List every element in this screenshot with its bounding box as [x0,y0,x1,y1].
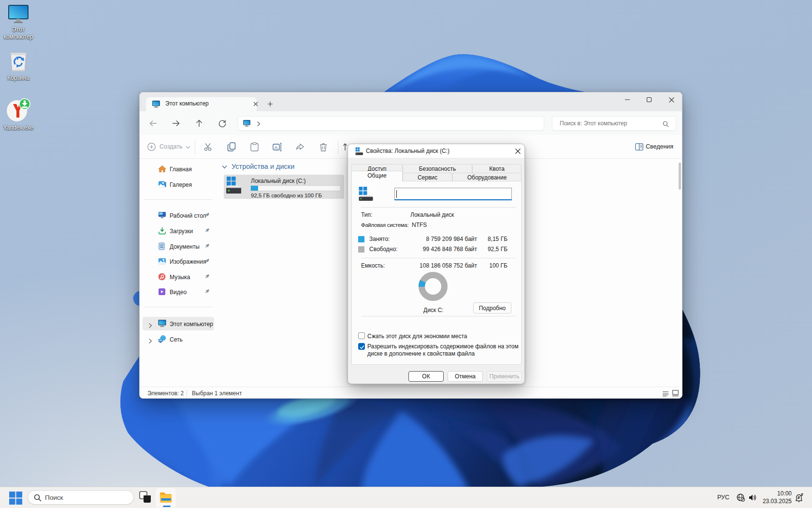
svg-text:A: A [275,145,278,150]
